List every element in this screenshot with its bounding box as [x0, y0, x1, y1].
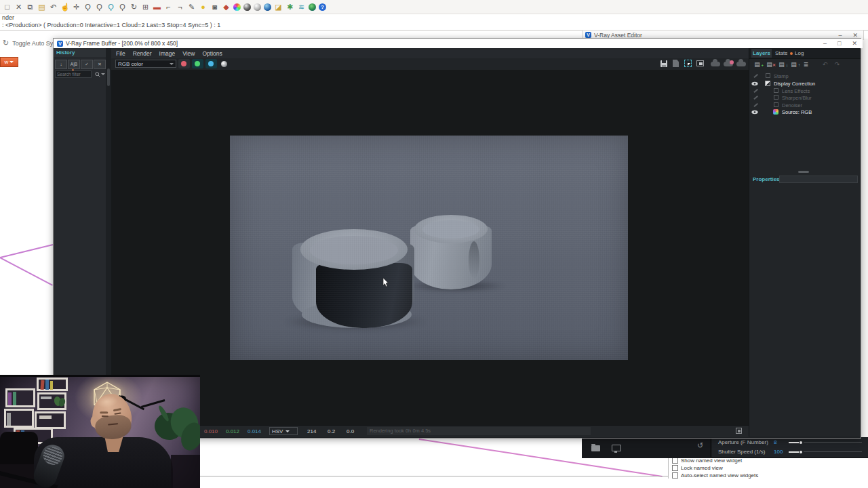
viewport-layout-icon[interactable]: ⊞: [141, 1, 150, 13]
zoom-window-icon[interactable]: Ϙ: [95, 1, 104, 13]
shutter-slider[interactable]: [789, 451, 862, 453]
toggle-auto-sync[interactable]: ↻ Toggle Auto Sync: [3, 39, 60, 47]
layer-list-menu-button[interactable]: ≣: [801, 60, 811, 68]
vfb-titlebar[interactable]: V V-Ray Frame Buffer - [200.0% of 800 x …: [54, 39, 863, 49]
maximize-button[interactable]: □: [837, 40, 841, 47]
layer-row-denoiser[interactable]: Denoiser: [749, 102, 861, 108]
aperture-value[interactable]: 8: [774, 439, 789, 445]
minimize-button[interactable]: –: [838, 32, 842, 39]
reset-icon[interactable]: ↺: [697, 441, 703, 450]
material-box-icon[interactable]: ◪: [274, 1, 283, 13]
layer-row-lens-effects[interactable]: Lens Effects: [749, 87, 861, 94]
disabled-toggle-icon[interactable]: [753, 74, 757, 78]
menu-options[interactable]: Options: [203, 50, 222, 57]
lock-icon[interactable]: ◙: [210, 1, 219, 13]
add-layer-button[interactable]: ▤ +: [752, 60, 762, 68]
render-sphere-icon[interactable]: [243, 3, 251, 11]
undo-button[interactable]: ↶: [820, 60, 830, 68]
red-channel-toggle[interactable]: [178, 59, 190, 68]
save-image-icon[interactable]: [660, 60, 667, 67]
eye-icon[interactable]: [751, 110, 758, 115]
layer-row-sharpen-blur[interactable]: Sharpen/Blur: [749, 94, 861, 101]
disabled-toggle-icon[interactable]: [753, 89, 757, 93]
history-save-button[interactable]: ↓: [55, 60, 67, 69]
lasso-icon[interactable]: ≋: [297, 1, 306, 13]
help-icon[interactable]: ?: [319, 3, 326, 11]
ortho-icon[interactable]: ⌐: [164, 1, 173, 13]
properties-field[interactable]: [779, 176, 858, 183]
tab-log[interactable]: Log: [795, 50, 804, 56]
zoom-extents-icon[interactable]: Ϙ: [106, 1, 115, 13]
alpha-channel-toggle[interactable]: [221, 61, 227, 67]
move-icon[interactable]: ✛: [72, 1, 81, 13]
red-marker-icon[interactable]: ▬: [153, 1, 161, 13]
command-prompt-line[interactable]: : <Production> ( Production=0 Interactiv…: [2, 22, 220, 28]
save-layer-tree-button[interactable]: ▤ ↓: [776, 60, 787, 68]
blue-channel-toggle[interactable]: [205, 59, 217, 68]
history-search-input[interactable]: [55, 70, 92, 78]
clipboard-icon[interactable]: ▤: [37, 1, 46, 13]
export-image-icon[interactable]: [673, 60, 679, 67]
disabled-toggle-icon[interactable]: [753, 96, 757, 100]
monitor-icon[interactable]: [612, 445, 621, 451]
layer-row-stamp[interactable]: Stamp: [749, 73, 861, 79]
layer-row-display-correction[interactable]: Display Correction: [749, 80, 861, 87]
menu-render[interactable]: Render: [133, 50, 152, 57]
history-set-a-button[interactable]: ✓: [81, 60, 93, 69]
close-button[interactable]: ✕: [852, 40, 857, 47]
tab-layers[interactable]: Layers: [751, 49, 772, 58]
history-ab-compare-button[interactable]: A|B: [68, 60, 80, 69]
menu-file[interactable]: File: [116, 50, 125, 57]
snap-icon[interactable]: ¬: [176, 1, 184, 13]
layer-row-source-rgb[interactable]: Source: RGB: [749, 108, 861, 115]
remove-layer-button[interactable]: ▤ ✕: [764, 60, 774, 68]
shield-icon[interactable]: ◆: [222, 1, 231, 13]
viewport-dropdown-button[interactable]: w: [0, 57, 18, 67]
render-sphere-light-icon[interactable]: [254, 3, 261, 11]
rhino-panel-scrollbar[interactable]: [861, 39, 868, 437]
checkbox-icon[interactable]: [672, 472, 678, 479]
zoom-selected-icon[interactable]: Ϙ: [118, 1, 127, 13]
new-file-icon[interactable]: □: [3, 1, 12, 13]
checkbox-icon[interactable]: [672, 458, 678, 464]
earth-icon[interactable]: [309, 3, 316, 11]
folder-icon[interactable]: [591, 445, 600, 451]
minimize-button[interactable]: –: [823, 40, 827, 47]
render-sphere-blue-icon[interactable]: [264, 3, 271, 11]
checkbox-auto-select-named-view[interactable]: Auto-select named view widgets: [672, 472, 758, 479]
properties-label[interactable]: Properties: [753, 176, 780, 182]
zoom-icon[interactable]: Ϙ: [83, 1, 92, 13]
chevron-down-icon[interactable]: [101, 73, 105, 75]
close-button[interactable]: ✕: [852, 32, 858, 39]
delete-icon[interactable]: ✕: [14, 1, 23, 13]
checkbox-icon[interactable]: [672, 465, 678, 471]
dock-panel-icon[interactable]: [736, 428, 742, 434]
rotate-view-icon[interactable]: ↻: [130, 1, 138, 13]
copy-icon[interactable]: ⧉: [26, 1, 35, 13]
channel-selector-dropdown[interactable]: RGB color: [115, 60, 176, 68]
history-scrollbar-thumb[interactable]: [107, 68, 110, 86]
green-channel-toggle[interactable]: [192, 59, 203, 68]
menu-view[interactable]: View: [182, 50, 195, 57]
disabled-toggle-icon[interactable]: [753, 103, 757, 107]
redo-button[interactable]: ↷: [832, 60, 842, 68]
cloud-render-icon[interactable]: [724, 62, 733, 66]
load-layer-tree-button[interactable]: ▤ ↑: [789, 60, 799, 68]
menu-image[interactable]: Image: [159, 50, 176, 57]
checkbox-show-named-view-widget[interactable]: Show named view widget: [672, 458, 742, 464]
eye-icon[interactable]: [751, 81, 758, 86]
aperture-slider[interactable]: [789, 441, 862, 444]
cloud-history-icon[interactable]: [736, 62, 746, 66]
flower-icon[interactable]: ✱: [285, 1, 294, 13]
undo-icon[interactable]: ↶: [49, 1, 58, 13]
color-wheel-icon[interactable]: [233, 3, 241, 11]
region-render-icon[interactable]: [684, 60, 692, 67]
lightbulb-icon[interactable]: ●: [199, 1, 208, 13]
checkbox-lock-named-view[interactable]: Lock named view: [672, 465, 723, 471]
rendered-image[interactable]: [230, 136, 628, 360]
history-remove-button[interactable]: ✕: [94, 60, 106, 69]
follow-mouse-icon[interactable]: [696, 60, 704, 66]
pan-hand-icon[interactable]: ☝: [60, 1, 69, 13]
panel-resize-grip[interactable]: [798, 171, 809, 173]
tab-stats[interactable]: Stats: [775, 50, 787, 56]
